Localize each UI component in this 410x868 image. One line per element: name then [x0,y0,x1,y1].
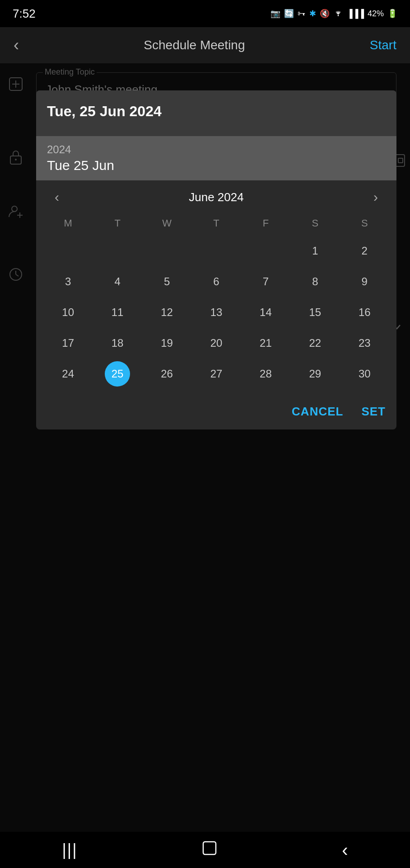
day-header-tue: T [93,214,142,233]
day-10[interactable]: 10 [56,300,81,325]
selected-year: 2024 [47,143,386,156]
main-content: Meeting Topic John Smith's meeting Tue, … [0,63,410,832]
home-button[interactable] [201,840,218,860]
menu-button[interactable]: ||| [62,840,77,859]
day-30[interactable]: 30 [352,361,377,387]
next-month-button[interactable]: › [367,189,385,205]
day-11[interactable]: 11 [105,300,130,325]
month-nav: ‹ June 2024 › [43,189,389,205]
day-1[interactable]: 1 [303,238,328,264]
day-header-sat: S [290,214,340,233]
day-13[interactable]: 13 [204,300,229,325]
day-empty [56,238,81,264]
day-header-sun: S [340,214,389,233]
day-21[interactable]: 21 [253,330,278,356]
day-18[interactable]: 18 [105,330,130,356]
status-time: 7:52 [13,7,36,21]
battery-text: 42% [368,9,384,19]
day-7[interactable]: 7 [253,269,278,294]
day-6[interactable]: 6 [204,269,229,294]
status-icons: 📷 🔄 🗝 ✱ 🔇 ▐▐▐ 42% 🔋 [270,9,397,19]
day-header-fri: F [241,214,290,233]
day-15[interactable]: 15 [303,300,328,325]
days-grid: 1 2 3 4 5 6 7 8 9 10 11 12 13 14 15 16 1… [43,236,389,388]
day-23[interactable]: 23 [352,330,377,356]
calendar-area: ‹ June 2024 › M T W T F S S [36,180,396,397]
day-header-wed: W [142,214,191,233]
status-bar: 7:52 📷 🔄 🗝 ✱ 🔇 ▐▐▐ 42% 🔋 [0,0,410,27]
day-empty [253,238,278,264]
key-icon: 🗝 [298,9,306,19]
day-header-mon: M [43,214,93,233]
day-12[interactable]: 12 [154,300,180,325]
day-empty [204,238,229,264]
mute-icon: 🔇 [320,9,330,19]
day-19[interactable]: 19 [154,330,180,356]
day-25-selected[interactable]: 25 [105,361,130,387]
bottom-nav: ||| ‹ [0,832,410,868]
day-22[interactable]: 22 [303,330,328,356]
day-8[interactable]: 8 [303,269,328,294]
day-headers: M T W T F S S [43,214,389,233]
day-27[interactable]: 27 [204,361,229,387]
camera-icon: 📷 [270,9,280,19]
svg-point-0 [337,15,339,16]
day-4[interactable]: 4 [105,269,130,294]
day-28[interactable]: 28 [253,361,278,387]
svg-rect-14 [203,842,216,854]
wifi-icon [333,9,343,19]
set-button[interactable]: SET [361,405,386,419]
date-header: Tue, 25 Jun 2024 [36,90,396,136]
day-14[interactable]: 14 [253,300,278,325]
day-header-thu: T [191,214,241,233]
day-26[interactable]: 26 [154,361,180,387]
selected-date-full: Tue 25 Jun [47,158,386,173]
calendar-dialog: Tue, 25 Jun 2024 2024 Tue 25 Jun ‹ June … [36,90,396,429]
nav-bar: ‹ Schedule Meeting Start [0,27,410,63]
day-20[interactable]: 20 [204,330,229,356]
battery-icon: 🔋 [387,9,397,19]
day-2[interactable]: 2 [352,238,377,264]
bluetooth-icon: ✱ [309,9,316,19]
prev-month-button[interactable]: ‹ [48,189,66,205]
day-17[interactable]: 17 [56,330,81,356]
day-29[interactable]: 29 [303,361,328,387]
cancel-button[interactable]: CANCEL [292,405,343,419]
back-nav-button[interactable]: ‹ [342,840,348,860]
back-button[interactable]: ‹ [14,36,19,55]
selected-date-block: 2024 Tue 25 Jun [36,136,396,180]
start-button[interactable]: Start [370,38,396,52]
date-header-title: Tue, 25 Jun 2024 [47,103,386,120]
day-empty [154,238,180,264]
day-empty [105,238,130,264]
sync-icon: 🔄 [284,9,294,19]
day-5[interactable]: 5 [154,269,180,294]
day-24[interactable]: 24 [56,361,81,387]
day-3[interactable]: 3 [56,269,81,294]
month-title: June 2024 [189,190,243,204]
nav-title: Schedule Meeting [144,38,245,52]
day-16[interactable]: 16 [352,300,377,325]
dialog-actions: CANCEL SET [36,397,396,429]
signal-icon: ▐▐▐ [347,9,364,19]
day-9[interactable]: 9 [352,269,377,294]
